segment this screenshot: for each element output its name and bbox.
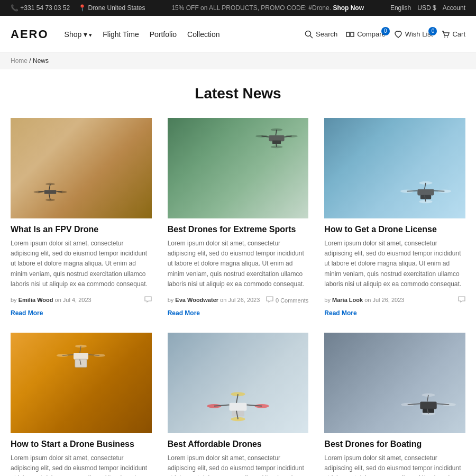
news-card-3: How to Get a Drone License Lorem ipsum d… <box>324 118 465 317</box>
post-author-line: by Emilia Wood on Jul 4, 2023 <box>11 297 91 303</box>
main-content: Latest News What Is an FPV Drone Lorem i… <box>0 69 476 476</box>
svg-rect-39 <box>74 353 88 360</box>
news-card-image <box>11 118 152 218</box>
svg-rect-3 <box>351 32 354 36</box>
post-date: Jul 4, 2023 <box>63 297 91 303</box>
location: 📍 Drone United States <box>78 4 145 12</box>
account-link[interactable]: Account <box>443 4 465 12</box>
news-card-meta: by Maria Look on Jul 26, 2023 <box>324 296 465 304</box>
news-card-excerpt: Lorem ipsum dolor sit amet, consectetur … <box>11 239 152 289</box>
news-card-title: Best Affordable Drones <box>168 440 309 449</box>
compare-icon <box>346 30 354 39</box>
news-card-image <box>11 333 152 433</box>
breadcrumb: Home / News <box>0 53 476 69</box>
svg-rect-20 <box>272 141 281 144</box>
logo[interactable]: AERO <box>11 28 49 41</box>
read-more-link[interactable]: Read More <box>168 309 309 317</box>
news-card-image <box>168 333 309 433</box>
news-card-title: Best Drones for Boating <box>324 440 465 449</box>
cart-icon <box>441 30 450 39</box>
comment-count: 0 Comments <box>276 297 308 304</box>
top-bar-promo: 15% OFF on ALL PRODUCTS, PROMO CODE: #Dr… <box>171 4 364 12</box>
svg-rect-49 <box>229 403 246 411</box>
phone-number: 📞 +331 54 73 03 52 <box>11 4 70 12</box>
svg-point-4 <box>444 36 445 38</box>
main-nav: Shop ▾ Flight Time Portfolio Collection <box>65 30 220 39</box>
news-card-image <box>168 118 309 218</box>
search-action[interactable]: Search <box>305 30 337 39</box>
svg-rect-2 <box>346 32 350 36</box>
svg-rect-59 <box>420 401 436 409</box>
cart-action[interactable]: Cart <box>441 30 465 39</box>
svg-line-32 <box>434 191 445 191</box>
svg-line-1 <box>310 35 313 38</box>
top-bar-left: 📞 +331 54 73 03 52 📍 Drone United States <box>11 4 145 12</box>
nav-collection[interactable]: Collection <box>187 30 219 39</box>
header-left: AERO Shop ▾ Flight Time Portfolio Collec… <box>11 28 220 41</box>
news-card-title: How to Start a Drone Business <box>11 440 152 449</box>
svg-rect-29 <box>417 189 434 196</box>
breadcrumb-current: News <box>33 57 49 65</box>
nav-flight-time[interactable]: Flight Time <box>103 30 139 39</box>
compare-badge: 0 <box>381 27 390 35</box>
svg-point-5 <box>447 36 448 38</box>
news-card-meta: by Emilia Wood on Jul 4, 2023 <box>11 296 152 304</box>
svg-point-0 <box>306 31 311 36</box>
post-date: Jul 26, 2023 <box>372 297 404 303</box>
compare-action[interactable]: Compare 0 <box>346 30 385 39</box>
news-card-image <box>324 333 465 433</box>
post-author-line: by Eva Woodwater on Jul 26, 2023 <box>168 297 260 303</box>
comment-icon[interactable] <box>458 296 465 304</box>
post-author: Emilia Wood <box>19 297 53 303</box>
nav-shop[interactable]: Shop ▾ <box>65 30 93 39</box>
post-author: Maria Look <box>332 297 363 303</box>
comment-icon[interactable] <box>144 296 152 304</box>
news-card-1: What Is an FPV Drone Lorem ipsum dolor s… <box>11 118 152 317</box>
currency-selector[interactable]: USD $ <box>417 4 436 12</box>
news-card-excerpt: Lorem ipsum dolor sit amet, consectetur … <box>168 239 309 289</box>
nav-portfolio[interactable]: Portfolio <box>150 30 177 39</box>
svg-rect-50 <box>232 411 244 417</box>
news-grid: What Is an FPV Drone Lorem ipsum dolor s… <box>11 118 465 476</box>
top-bar-right: English USD $ Account <box>390 4 465 12</box>
top-bar: 📞 +331 54 73 03 52 📍 Drone United States… <box>0 0 476 16</box>
news-card-5: Best Affordable Drones Lorem ipsum dolor… <box>168 333 309 476</box>
news-card-excerpt: Lorem ipsum dolor sit amet, consectetur … <box>168 453 309 476</box>
read-more-link[interactable]: Read More <box>324 309 465 317</box>
svg-rect-10 <box>44 190 57 194</box>
svg-line-31 <box>407 191 418 191</box>
news-card-title: What Is an FPV Drone <box>11 225 152 234</box>
post-date: Jul 26, 2023 <box>228 297 260 303</box>
heart-icon <box>394 30 402 39</box>
news-card-2: Best Drones for Extreme Sports Lorem ips… <box>168 118 309 317</box>
post-author: Eva Woodwater <box>175 297 218 303</box>
news-card-4: How to Start a Drone Business Lorem ipsu… <box>11 333 152 476</box>
news-card-6: Best Drones for Boating Lorem ipsum dolo… <box>324 333 465 476</box>
news-card-meta: by Eva Woodwater on Jul 26, 2023 0 Comme… <box>168 296 309 304</box>
read-more-link[interactable]: Read More <box>11 309 152 317</box>
news-card-excerpt: Lorem ipsum dolor sit amet, consectetur … <box>324 453 465 476</box>
page-title: Latest News <box>11 85 465 102</box>
breadcrumb-home[interactable]: Home <box>11 57 28 65</box>
svg-rect-30 <box>420 195 431 199</box>
search-icon <box>305 30 313 39</box>
wishlist-action[interactable]: Wish List 0 <box>394 30 433 39</box>
news-card-title: Best Drones for Extreme Sports <box>168 225 309 234</box>
news-card-excerpt: Lorem ipsum dolor sit amet, consectetur … <box>324 239 465 289</box>
language-selector[interactable]: English <box>390 4 411 12</box>
svg-rect-19 <box>269 135 285 141</box>
wishlist-badge: 0 <box>428 27 437 35</box>
post-author-line: by Maria Look on Jul 26, 2023 <box>324 297 404 303</box>
shop-now-link[interactable]: Shop Now <box>333 4 364 12</box>
header-right: Search Compare 0 Wish List 0 Cart <box>305 30 465 39</box>
header: AERO Shop ▾ Flight Time Portfolio Collec… <box>0 16 476 53</box>
news-card-image <box>324 118 465 218</box>
news-card-excerpt: Lorem ipsum dolor sit amet, consectetur … <box>11 453 152 476</box>
comment-icon[interactable]: 0 Comments <box>266 296 308 304</box>
news-card-title: How to Get a Drone License <box>324 225 465 234</box>
